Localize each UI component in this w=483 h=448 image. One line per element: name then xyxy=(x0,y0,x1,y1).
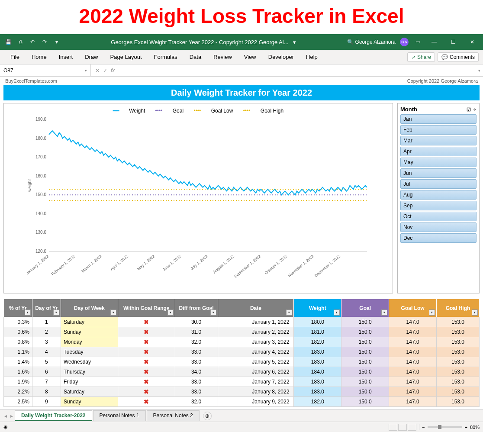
cell[interactable]: 153.0 xyxy=(437,357,480,367)
tab-nav-prev-icon[interactable]: ◂ xyxy=(3,413,9,419)
sheet-tab[interactable]: Personal Notes 2 xyxy=(147,410,200,421)
ribbon-tab-developer[interactable]: Developer xyxy=(262,50,300,64)
slicer-clear-icon[interactable]: ⚬ xyxy=(473,107,477,112)
cell[interactable]: Thursday xyxy=(61,367,118,377)
cell[interactable]: 150.0 xyxy=(341,397,389,407)
cell[interactable]: January 6, 2022 xyxy=(218,367,294,377)
minimize-button[interactable]: — xyxy=(427,34,441,50)
cell[interactable]: ✖ xyxy=(118,387,175,397)
slicer-item-aug[interactable]: Aug xyxy=(400,190,477,200)
cell[interactable]: 153.0 xyxy=(437,397,480,407)
slicer-item-mar[interactable]: Mar xyxy=(400,136,477,145)
cell[interactable]: 9 xyxy=(32,397,61,407)
cell[interactable]: 32.0 xyxy=(175,337,218,347)
filter-dropdown-icon[interactable]: ▾ xyxy=(429,309,435,316)
cell[interactable]: ✖ xyxy=(118,317,175,327)
col-header[interactable]: Weight▾ xyxy=(294,299,341,317)
cell[interactable]: January 3, 2022 xyxy=(218,337,294,347)
filter-dropdown-icon[interactable]: ▾ xyxy=(286,309,292,316)
cell[interactable]: Wednesday xyxy=(61,357,118,367)
cell[interactable]: ✖ xyxy=(118,397,175,407)
ribbon-tab-data[interactable]: Data xyxy=(184,50,207,64)
cell[interactable]: 147.0 xyxy=(389,367,437,377)
slicer-item-oct[interactable]: Oct xyxy=(400,212,477,221)
ribbon-tab-page-layout[interactable]: Page Layout xyxy=(104,50,148,64)
cell[interactable]: 183.0 xyxy=(294,357,341,367)
sheet-tab[interactable]: Personal Notes 1 xyxy=(93,410,146,421)
col-header[interactable]: Day of Week▾ xyxy=(61,299,118,317)
cell[interactable]: 153.0 xyxy=(437,367,480,377)
cell[interactable]: Saturday xyxy=(61,387,118,397)
table-row[interactable]: 2.2%8Saturday✖33.0January 8, 2022183.015… xyxy=(4,387,480,397)
cell[interactable]: January 4, 2022 xyxy=(218,347,294,357)
table-row[interactable]: 0.8%3Monday✖32.0January 3, 2022182.0150.… xyxy=(4,337,480,347)
cell[interactable]: 33.0 xyxy=(175,347,218,357)
slicer-item-feb[interactable]: Feb xyxy=(400,125,477,135)
zoom-level[interactable]: 80% xyxy=(470,425,480,430)
slicer-item-jul[interactable]: Jul xyxy=(400,179,477,189)
cell[interactable]: 1.6% xyxy=(4,367,32,377)
cell[interactable]: 182.0 xyxy=(294,337,341,347)
cell[interactable]: 147.0 xyxy=(389,347,437,357)
formula-expand-icon[interactable]: ▾ xyxy=(476,68,483,73)
col-header[interactable]: Goal High▾ xyxy=(437,299,480,317)
cell[interactable]: 150.0 xyxy=(341,337,389,347)
cell[interactable]: 147.0 xyxy=(389,327,437,337)
cell[interactable]: January 2, 2022 xyxy=(218,327,294,337)
table-row[interactable]: 2.5%9Sunday✖32.0January 9, 2022182.0150.… xyxy=(4,397,480,407)
filter-dropdown-icon[interactable]: ▾ xyxy=(25,309,31,316)
cell[interactable]: 150.0 xyxy=(341,387,389,397)
cell[interactable]: 1.1% xyxy=(4,347,32,357)
cell[interactable]: January 1, 2022 xyxy=(218,317,294,327)
cell[interactable]: 183.0 xyxy=(294,347,341,357)
cell[interactable]: ✖ xyxy=(118,367,175,377)
cell[interactable]: 0.6% xyxy=(4,327,32,337)
cell[interactable]: 181.0 xyxy=(294,327,341,337)
ribbon-tab-draw[interactable]: Draw xyxy=(79,50,104,64)
ribbon-tab-formulas[interactable]: Formulas xyxy=(148,50,184,64)
redo-icon[interactable]: ↷ xyxy=(40,37,49,47)
autosave-icon[interactable]: ⎙ xyxy=(16,37,25,47)
cell[interactable]: Saturday xyxy=(61,317,118,327)
share-button[interactable]: ↗Share xyxy=(407,52,435,62)
col-header[interactable]: Goal Low▾ xyxy=(389,299,437,317)
fx-icon[interactable]: fx xyxy=(111,68,115,74)
cell[interactable]: January 8, 2022 xyxy=(218,387,294,397)
cell[interactable]: 33.0 xyxy=(175,387,218,397)
cancel-formula-icon[interactable]: ✕ xyxy=(95,68,100,74)
cell[interactable]: 31.0 xyxy=(175,327,218,337)
zoom-in-button[interactable]: + xyxy=(465,425,467,430)
cell[interactable]: 153.0 xyxy=(437,337,480,347)
cell[interactable]: 184.0 xyxy=(294,367,341,377)
accept-formula-icon[interactable]: ✓ xyxy=(103,68,107,74)
cell[interactable]: 147.0 xyxy=(389,357,437,367)
cell[interactable]: 33.0 xyxy=(175,357,218,367)
add-sheet-button[interactable]: ⊕ xyxy=(203,412,212,420)
cell[interactable]: Sunday xyxy=(61,397,118,407)
slicer-item-may[interactable]: May xyxy=(400,158,477,167)
slicer-multi-icon[interactable]: ☑ xyxy=(467,107,471,112)
col-header[interactable]: Diff from Goal▾ xyxy=(175,299,218,317)
zoom-out-button[interactable]: − xyxy=(422,425,425,430)
filter-dropdown-icon[interactable]: ▾ xyxy=(472,309,478,316)
cell[interactable]: 5 xyxy=(32,357,61,367)
ribbon-tab-file[interactable]: File xyxy=(4,50,26,64)
table-row[interactable]: 1.6%6Thursday✖34.0January 6, 2022184.015… xyxy=(4,367,480,377)
ribbon-tab-insert[interactable]: Insert xyxy=(53,50,79,64)
search-icon[interactable]: 🔍 xyxy=(346,37,355,47)
save-icon[interactable]: 💾 xyxy=(3,37,13,47)
cell[interactable]: 150.0 xyxy=(341,367,389,377)
cell[interactable]: 147.0 xyxy=(389,337,437,347)
sheet-tab[interactable]: Daily Weight Tracker-2022 xyxy=(15,410,92,421)
normal-view-icon[interactable] xyxy=(389,424,397,431)
cell[interactable]: Monday xyxy=(61,337,118,347)
table-row[interactable]: 1.9%7Friday✖33.0January 7, 2022183.0150.… xyxy=(4,377,480,387)
cell[interactable]: 0.3% xyxy=(4,317,32,327)
cell[interactable]: 147.0 xyxy=(389,377,437,387)
cell[interactable]: 150.0 xyxy=(341,377,389,387)
customize-dropdown-icon[interactable]: ▾ xyxy=(52,37,61,47)
name-box[interactable]: O87▾ xyxy=(0,64,91,76)
cell[interactable]: 33.0 xyxy=(175,377,218,387)
page-break-view-icon[interactable] xyxy=(408,424,416,431)
cell[interactable]: 150.0 xyxy=(341,357,389,367)
